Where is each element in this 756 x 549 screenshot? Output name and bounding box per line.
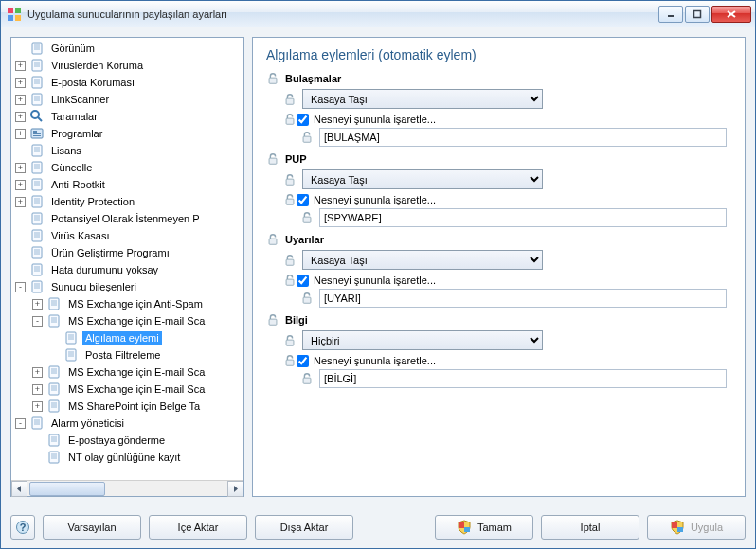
tree-item[interactable]: -Sunucu bileşenleri <box>11 278 243 295</box>
tree-item[interactable]: Lisans <box>11 142 243 159</box>
tree-expander[interactable]: + <box>32 401 43 412</box>
tree-item-label: Anti-Rootkit <box>48 178 108 191</box>
svg-marker-107 <box>234 486 238 492</box>
tree-item[interactable]: -Alarm yöneticisi <box>11 415 243 432</box>
action-select[interactable]: Kasaya Taşı <box>302 169 543 189</box>
scroll-track[interactable] <box>27 481 227 497</box>
tree-expander[interactable]: - <box>32 316 43 327</box>
mark-text-input[interactable] <box>319 289 727 308</box>
tree-expander[interactable]: + <box>15 180 26 190</box>
titlebar: Uygulama sunucularının paylaşılan ayarla… <box>1 1 755 27</box>
tree-expander[interactable]: + <box>15 78 26 88</box>
tree-item[interactable]: Algılama eylemi <box>11 329 243 346</box>
scroll-right-button[interactable] <box>227 481 243 497</box>
tree-expander <box>32 452 43 463</box>
tree-expander[interactable]: - <box>15 282 26 292</box>
cancel-button[interactable]: İptal <box>541 515 639 540</box>
tree-expander <box>15 231 26 241</box>
tree-expander[interactable]: + <box>15 163 26 173</box>
maximize-button[interactable] <box>685 6 710 23</box>
settings-tree[interactable]: Görünüm+Virüslerden Koruma+E-posta Korum… <box>10 37 244 497</box>
tree-expander[interactable]: + <box>32 384 43 395</box>
section-header: Bilgi <box>266 313 731 327</box>
section-title: Bilgi <box>285 314 308 326</box>
svg-rect-12 <box>32 60 42 71</box>
ok-button[interactable]: Tamam <box>435 515 533 540</box>
help-button[interactable]: ? <box>10 515 35 540</box>
tree-item[interactable]: +Programlar <box>11 125 243 142</box>
page-icon <box>29 416 45 431</box>
mark-label: Nesneyi şununla işaretle... <box>314 114 436 125</box>
section-header: Uyarılar <box>266 233 731 246</box>
tree-item[interactable]: Görünüm <box>11 40 243 57</box>
tree-expander[interactable]: + <box>15 112 26 122</box>
tree-item[interactable]: Potansiyel Olarak İstenmeyen P <box>11 210 243 227</box>
mark-checkbox[interactable] <box>297 114 309 126</box>
tree-expander[interactable]: - <box>15 418 26 429</box>
padlock-icon <box>283 354 297 367</box>
import-button[interactable]: İçe Aktar <box>149 515 247 540</box>
tree-item[interactable]: Ürün Geliştirme Programı <box>11 244 243 261</box>
mark-text-input[interactable] <box>319 369 727 388</box>
mark-checkbox[interactable] <box>297 355 309 367</box>
tree-item[interactable]: +Anti-Rootkit <box>11 176 243 193</box>
scroll-thumb[interactable] <box>29 482 105 496</box>
minimize-button[interactable] <box>658 6 683 23</box>
mark-label: Nesneyi şununla işaretle... <box>314 274 436 286</box>
tree-item[interactable]: +MS Exchange için Anti-Spam <box>11 295 243 312</box>
tree-item[interactable]: +Taramalar <box>11 108 243 125</box>
apply-button[interactable]: Uygula <box>647 515 746 540</box>
panel-heading: Algılama eylemleri (otomatik eylem) <box>266 47 731 62</box>
mark-checkbox[interactable] <box>297 194 309 206</box>
scroll-left-button[interactable] <box>11 481 27 497</box>
svg-rect-0 <box>8 8 13 13</box>
scan-icon <box>29 109 45 124</box>
close-button[interactable] <box>711 6 751 23</box>
tree-item[interactable]: +MS Exchange için E-mail Sca <box>11 363 243 381</box>
tree-item[interactable]: +Virüslerden Koruma <box>11 57 243 74</box>
page-icon <box>46 381 62 397</box>
tree-item-label: Lisans <box>48 144 84 157</box>
action-select[interactable]: Kasaya Taşı <box>302 250 543 270</box>
tree-item[interactable]: +MS Exchange için E-mail Sca <box>11 381 243 398</box>
svg-rect-94 <box>32 417 42 429</box>
tree-horizontal-scrollbar[interactable] <box>11 480 243 496</box>
page-icon <box>63 347 79 363</box>
tree-item[interactable]: +LinkScanner <box>11 91 243 108</box>
tree-item-label: Programlar <box>48 127 105 140</box>
tree-expander[interactable]: + <box>32 367 43 378</box>
tree-expander[interactable]: + <box>15 61 26 71</box>
mark-text-input[interactable] <box>319 128 727 147</box>
svg-rect-8 <box>32 43 42 54</box>
tree-item[interactable]: +Identity Protection <box>11 193 243 210</box>
svg-rect-3 <box>15 15 21 21</box>
padlock-icon <box>266 313 279 327</box>
defaults-button[interactable]: Varsayılan <box>43 515 141 540</box>
tree-item[interactable]: +Güncelle <box>11 159 243 176</box>
tree-item[interactable]: E-postaya gönderme <box>11 432 243 449</box>
svg-rect-126 <box>459 522 464 528</box>
tree-expander[interactable]: + <box>32 299 43 310</box>
mark-checkbox[interactable] <box>297 274 309 287</box>
tree-item[interactable]: Hata durumunu yoksay <box>11 261 243 278</box>
padlock-icon <box>266 72 279 85</box>
action-select[interactable]: Kasaya Taşı <box>302 89 543 109</box>
action-select[interactable]: Hiçbiri <box>302 330 543 350</box>
tree-expander[interactable]: + <box>15 129 26 139</box>
tree-expander[interactable]: + <box>15 95 26 105</box>
tree-expander[interactable]: + <box>15 197 26 207</box>
tree-item[interactable]: +E-posta Koruması <box>11 74 243 91</box>
tree-item[interactable]: Posta Filtreleme <box>11 346 243 363</box>
svg-rect-116 <box>269 239 277 244</box>
page-icon <box>29 228 45 243</box>
tree-item[interactable]: -MS Exchange için E-mail Sca <box>11 312 243 329</box>
tree-item[interactable]: Virüs Kasası <box>11 227 243 244</box>
mark-text-input[interactable] <box>319 208 727 227</box>
export-button[interactable]: Dışa Aktar <box>255 515 353 540</box>
tree-item[interactable]: NT olay günlüğüne kayıt <box>11 449 243 466</box>
svg-rect-50 <box>32 230 42 241</box>
tree-item[interactable]: +MS SharePoint için Belge Ta <box>11 398 243 415</box>
page-icon <box>29 245 45 260</box>
tree-expander <box>49 350 60 361</box>
tree-item-label: MS Exchange için E-mail Sca <box>65 365 207 379</box>
